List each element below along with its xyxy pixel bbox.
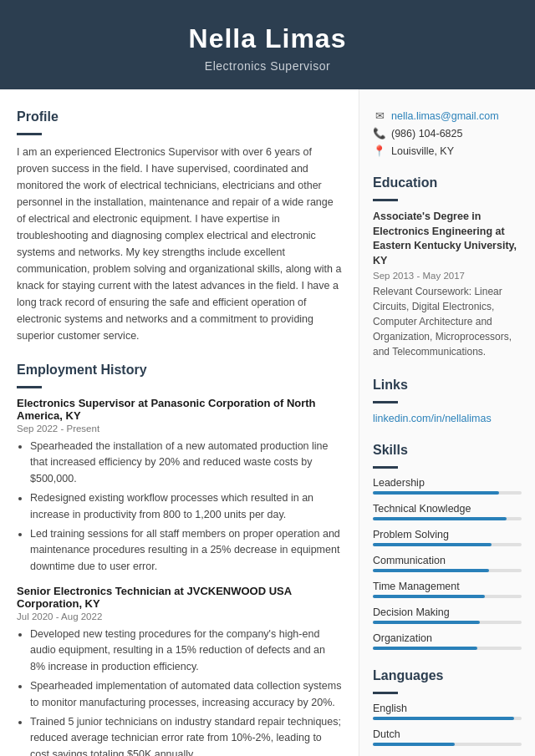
right-column: ✉ nella.limas@gmail.com 📞 (986) 104-6825…	[359, 89, 535, 756]
education-section: Education Associate's Degree in Electron…	[373, 175, 522, 359]
contact-email-item: ✉ nella.limas@gmail.com	[373, 109, 522, 122]
skill-item-0: Leadership	[373, 477, 522, 495]
skill-bar-fill-3	[373, 569, 489, 572]
links-divider	[373, 401, 398, 403]
skill-bar-fill-6	[373, 647, 477, 650]
edu-date: Sep 2013 - May 2017	[373, 271, 522, 281]
skill-bar-bg-6	[373, 647, 522, 650]
skill-name-5: Decision Making	[373, 606, 522, 618]
job-1-title: Electronics Supervisor at Panasonic Corp…	[17, 397, 342, 422]
job-1-bullet-3: Led training sessions for all staff memb…	[30, 526, 342, 575]
education-divider	[373, 199, 398, 201]
skills-section: Skills Leadership Technical Knowledge Pr…	[373, 443, 522, 650]
skill-item-1: Technical Knowledge	[373, 503, 522, 520]
lang-name-0: English	[373, 703, 522, 714]
skills-divider	[373, 466, 398, 469]
email-link[interactable]: nella.limas@gmail.com	[391, 110, 499, 122]
phone-icon: 📞	[373, 127, 386, 140]
lang-bar-fill-0	[373, 717, 514, 720]
skill-bar-bg-1	[373, 517, 522, 520]
skill-bar-bg-5	[373, 621, 522, 624]
skill-name-6: Organization	[373, 632, 522, 644]
job-2: Senior Electronics Technician at JVCKENW…	[17, 585, 342, 756]
edu-degree: Associate's Degree in Electronics Engine…	[373, 210, 522, 268]
links-title: Links	[373, 378, 522, 396]
job-2-date: Jul 2020 - Aug 2022	[17, 611, 342, 622]
job-2-bullet-1: Developed new testing procedures for the…	[30, 627, 342, 675]
location-icon: 📍	[373, 145, 386, 157]
skill-item-6: Organization	[373, 632, 522, 650]
education-title: Education	[373, 175, 522, 194]
languages-title: Languages	[373, 668, 522, 687]
skills-list: Leadership Technical Knowledge Problem S…	[373, 477, 522, 650]
skill-name-3: Communication	[373, 555, 522, 566]
skill-item-3: Communication	[373, 555, 522, 572]
profile-divider	[17, 133, 42, 135]
skill-name-4: Time Management	[373, 581, 522, 592]
skill-bar-fill-2	[373, 543, 492, 546]
lang-item-0: English	[373, 703, 522, 720]
languages-divider	[373, 692, 398, 694]
skill-bar-fill-5	[373, 621, 480, 624]
languages-section: Languages English Dutch	[373, 668, 522, 746]
job-2-bullets: Developed new testing procedures for the…	[17, 627, 342, 756]
links-section: Links linkedin.com/in/nellalimas	[373, 378, 522, 424]
lang-bar-bg-1	[373, 743, 522, 746]
job-1-bullet-2: Redesigned existing workflow processes w…	[30, 490, 342, 523]
job-2-title: Senior Electronics Technician at JVCKENW…	[17, 585, 342, 610]
skill-item-5: Decision Making	[373, 606, 522, 624]
contact-phone: (986) 104-6825	[391, 128, 462, 140]
candidate-name: Nella Limas	[17, 23, 518, 54]
linkedin-link[interactable]: linkedin.com/in/nellalimas	[373, 413, 492, 424]
contact-location: Louisville, KY	[391, 145, 454, 157]
employment-divider	[17, 386, 42, 388]
job-1-bullets: Spearheaded the installation of a new au…	[17, 439, 342, 575]
employment-section: Employment History Electronics Superviso…	[17, 363, 342, 756]
skill-bar-bg-0	[373, 491, 522, 495]
skill-name-2: Problem Solving	[373, 529, 522, 540]
skill-bar-bg-2	[373, 543, 522, 546]
skill-name-0: Leadership	[373, 477, 522, 489]
profile-title: Profile	[17, 109, 342, 128]
languages-list: English Dutch	[373, 703, 522, 746]
contact-phone-item: 📞 (986) 104-6825	[373, 127, 522, 140]
left-column: Profile I am an experienced Electronics …	[0, 89, 359, 756]
contact-section: ✉ nella.limas@gmail.com 📞 (986) 104-6825…	[373, 109, 522, 157]
contact-location-item: 📍 Louisville, KY	[373, 145, 522, 157]
job-2-bullet-2: Spearheaded implementation of automated …	[30, 678, 342, 711]
skill-bar-bg-4	[373, 595, 522, 598]
lang-bar-bg-0	[373, 717, 522, 720]
job-2-bullet-3: Trained 5 junior technicians on industry…	[30, 714, 342, 756]
candidate-title: Electronics Supervisor	[17, 59, 518, 73]
skill-item-2: Problem Solving	[373, 529, 522, 546]
header: Nella Limas Electronics Supervisor	[0, 0, 535, 89]
job-1-date: Sep 2022 - Present	[17, 424, 342, 434]
skill-bar-fill-4	[373, 595, 485, 598]
skills-title: Skills	[373, 443, 522, 461]
lang-item-1: Dutch	[373, 728, 522, 746]
body: Profile I am an experienced Electronics …	[0, 89, 535, 756]
job-1: Electronics Supervisor at Panasonic Corp…	[17, 397, 342, 575]
lang-name-1: Dutch	[373, 728, 522, 740]
skill-bar-fill-1	[373, 517, 507, 520]
resume-container: Nella Limas Electronics Supervisor Profi…	[0, 0, 535, 756]
email-icon: ✉	[373, 109, 386, 122]
job-1-bullet-1: Spearheaded the installation of a new au…	[30, 439, 342, 487]
profile-section: Profile I am an experienced Electronics …	[17, 109, 342, 344]
skill-name-1: Technical Knowledge	[373, 503, 522, 515]
skill-bar-bg-3	[373, 569, 522, 572]
edu-desc: Relevant Coursework: Linear Circuits, Di…	[373, 284, 522, 359]
skill-item-4: Time Management	[373, 581, 522, 598]
employment-title: Employment History	[17, 363, 342, 381]
skill-bar-fill-0	[373, 491, 499, 495]
profile-text: I am an experienced Electronics Supervis…	[17, 144, 342, 344]
lang-bar-fill-1	[373, 743, 455, 746]
